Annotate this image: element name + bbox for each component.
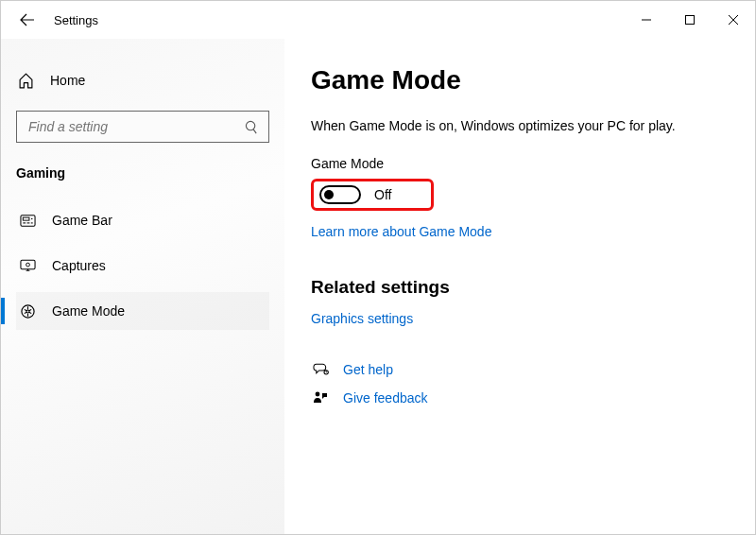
window-controls [625, 5, 755, 35]
learn-more-link[interactable]: Learn more about Game Mode [311, 224, 491, 239]
sidebar-item-label: Captures [52, 258, 106, 273]
toggle-label: Game Mode [311, 156, 732, 171]
search-box[interactable] [16, 111, 269, 143]
home-label: Home [50, 73, 85, 88]
related-heading: Related settings [311, 277, 732, 298]
svg-point-11 [26, 310, 29, 313]
graphics-settings-link[interactable]: Graphics settings [311, 311, 413, 326]
sidebar-item-label: Game Bar [52, 213, 112, 228]
home-nav[interactable]: Home [16, 63, 269, 97]
back-button[interactable] [18, 10, 37, 29]
chat-icon: ? [311, 362, 330, 377]
page-title: Game Mode [311, 65, 732, 95]
game-mode-toggle[interactable]: Off [311, 179, 434, 211]
svg-rect-0 [686, 16, 695, 25]
sidebar-item-label: Game Mode [52, 303, 125, 319]
give-feedback-row[interactable]: Give feedback [311, 390, 732, 406]
toggle-track [319, 185, 361, 204]
svg-rect-8 [20, 260, 34, 268]
get-help-link: Get help [343, 362, 393, 377]
svg-point-9 [26, 263, 29, 267]
sidebar-item-game-bar[interactable]: Game Bar [16, 201, 269, 239]
main-content: Game Mode When Game Mode is on, Windows … [284, 39, 755, 534]
page-description: When Game Mode is on, Windows optimizes … [311, 118, 732, 133]
title-bar: Settings [1, 1, 755, 39]
give-feedback-link: Give feedback [343, 390, 428, 406]
svg-point-1 [246, 121, 254, 129]
game-mode-icon [18, 303, 37, 319]
window-title: Settings [54, 13, 98, 27]
minimize-button[interactable] [625, 5, 668, 35]
close-icon [729, 15, 738, 25]
search-icon [245, 120, 259, 134]
svg-rect-7 [30, 222, 32, 223]
svg-rect-6 [26, 222, 29, 223]
get-help-row[interactable]: ? Get help [311, 362, 732, 377]
svg-point-4 [30, 217, 32, 219]
game-bar-icon [18, 214, 37, 228]
toggle-thumb [324, 190, 334, 199]
close-button[interactable] [712, 5, 755, 35]
search-input[interactable] [26, 118, 245, 135]
feedback-icon [311, 390, 330, 406]
svg-rect-5 [23, 222, 26, 223]
svg-rect-3 [23, 217, 29, 220]
home-icon [16, 73, 35, 89]
sidebar-item-game-mode[interactable]: Game Mode [16, 292, 269, 330]
arrow-left-icon [20, 12, 35, 27]
minimize-icon [642, 15, 651, 25]
section-label: Gaming [16, 165, 269, 181]
maximize-icon [685, 15, 695, 25]
sidebar-item-captures[interactable]: Captures [16, 247, 269, 285]
maximize-button[interactable] [668, 5, 712, 35]
svg-point-14 [316, 392, 320, 397]
sidebar: Home Gaming Game Bar Captures Game [1, 39, 284, 534]
captures-icon [18, 259, 37, 272]
toggle-state: Off [374, 187, 391, 202]
